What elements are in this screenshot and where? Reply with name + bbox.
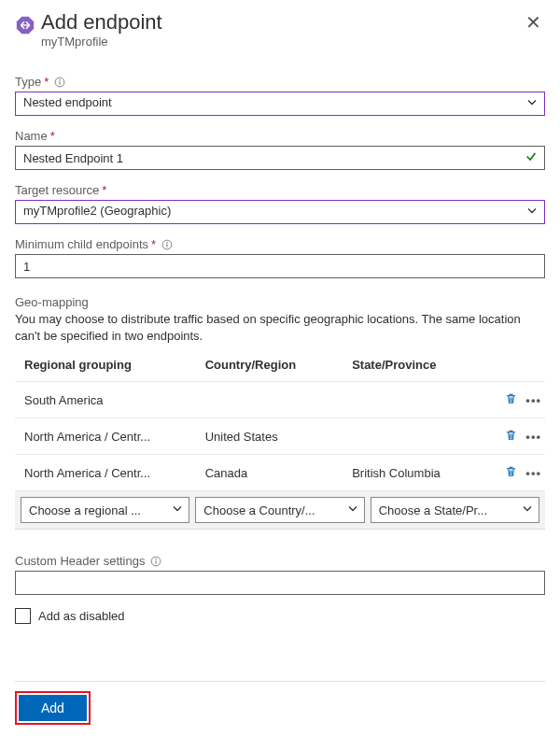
required-asterisk: * (151, 237, 156, 251)
target-label: Target resource (15, 183, 99, 197)
chevron-down-icon (172, 503, 183, 517)
more-icon[interactable]: ••• (525, 430, 541, 444)
valid-check-icon (525, 150, 538, 166)
add-state-select[interactable]: Choose a State/Pr... (371, 497, 539, 523)
cell-region: North America / Centr... (15, 418, 196, 455)
add-button-label: Add (19, 695, 87, 721)
info-icon[interactable] (161, 239, 173, 250)
add-state-placeholder: Choose a State/Pr... (379, 503, 487, 517)
svg-point-6 (166, 242, 167, 243)
col-region: Regional grouping (15, 348, 196, 382)
name-input[interactable] (15, 146, 545, 170)
geomapping-label: Geo-mapping (15, 295, 545, 309)
add-region-placeholder: Choose a regional ... (29, 503, 141, 517)
info-icon[interactable] (54, 77, 65, 88)
svg-point-9 (156, 559, 157, 559)
page-subtitle: myTMprofile (41, 35, 522, 49)
add-country-select[interactable]: Choose a Country/... (195, 497, 364, 523)
col-country: Country/Region (196, 348, 343, 382)
add-as-disabled-checkbox[interactable]: Add as disabled (15, 608, 545, 624)
cell-country: United States (196, 418, 343, 455)
cell-state (343, 418, 489, 455)
delete-icon[interactable] (504, 391, 518, 408)
minchild-input[interactable] (15, 254, 545, 278)
target-resource-select[interactable]: myTMprofile2 (Geographic) (15, 200, 545, 224)
close-icon[interactable]: ✕ (522, 7, 545, 37)
table-row: South America ••• (15, 382, 545, 418)
required-asterisk: * (44, 75, 49, 89)
more-icon[interactable]: ••• (525, 393, 541, 407)
chevron-down-icon (522, 503, 533, 517)
delete-icon[interactable] (504, 464, 518, 481)
cell-country: Canada (196, 455, 343, 491)
required-asterisk: * (50, 129, 55, 143)
add-country-placeholder: Choose a Country/... (203, 503, 315, 517)
cell-state: British Columbia (343, 455, 489, 491)
svg-point-3 (60, 79, 61, 80)
col-state: State/Province (343, 348, 489, 382)
required-asterisk: * (102, 183, 106, 197)
checkbox-box[interactable] (15, 608, 31, 624)
cell-region: South America (15, 382, 196, 418)
name-label: Name (15, 129, 48, 143)
table-row: North America / Centr... Canada British … (15, 455, 545, 491)
type-label: Type (15, 75, 41, 89)
svg-rect-10 (156, 560, 157, 563)
info-icon[interactable] (150, 556, 161, 567)
delete-icon[interactable] (504, 428, 518, 445)
customheaders-input[interactable] (15, 571, 545, 595)
endpoint-icon (15, 15, 35, 35)
geo-add-row: Choose a regional ... Choose a Country/.… (15, 491, 545, 530)
cell-region: North America / Centr... (15, 455, 196, 491)
add-as-disabled-label: Add as disabled (38, 609, 125, 623)
add-region-select[interactable]: Choose a regional ... (21, 497, 189, 523)
minchild-label: Minimum child endpoints (15, 237, 148, 251)
geo-table: Regional grouping Country/Region State/P… (15, 348, 545, 491)
add-button[interactable]: Add (15, 691, 91, 725)
more-icon[interactable]: ••• (525, 466, 541, 480)
type-select[interactable]: Nested endpoint (15, 92, 545, 116)
svg-rect-4 (60, 81, 61, 84)
chevron-down-icon (347, 503, 358, 517)
svg-rect-7 (167, 244, 168, 247)
cell-country (196, 382, 343, 418)
table-row: North America / Centr... United States •… (15, 418, 545, 455)
cell-state (343, 382, 489, 418)
page-title: Add endpoint (41, 11, 522, 34)
geomapping-desc: You may choose to distribute traffic bas… (15, 311, 545, 345)
customheaders-label: Custom Header settings (15, 554, 145, 568)
